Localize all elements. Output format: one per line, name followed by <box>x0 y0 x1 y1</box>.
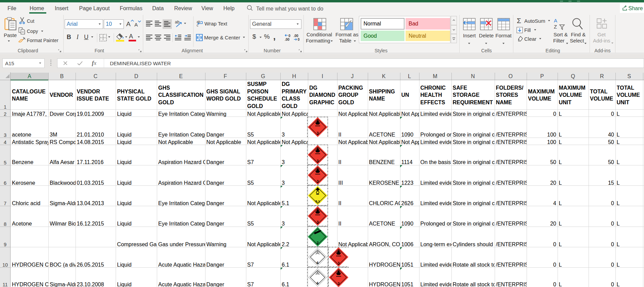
svg-text:Z: Z <box>554 24 557 30</box>
svg-text:3: 3 <box>337 261 340 265</box>
svg-text:3: 3 <box>317 159 319 163</box>
svg-text:6: 6 <box>317 282 319 285</box>
svg-text:2: 2 <box>317 241 319 245</box>
svg-text:5.1: 5.1 <box>315 199 320 203</box>
svg-text:6: 6 <box>317 261 319 265</box>
svg-text:A: A <box>554 18 557 23</box>
svg-text:.00: .00 <box>294 34 298 38</box>
svg-text:3: 3 <box>317 131 319 135</box>
svg-text:.00: .00 <box>285 38 290 41</box>
svg-text:c: c <box>197 23 198 27</box>
svg-text:3: 3 <box>317 180 319 183</box>
svg-text:3: 3 <box>337 282 340 285</box>
svg-text:ab: ab <box>175 20 180 24</box>
svg-text:0: 0 <box>298 38 300 41</box>
svg-text:0: 0 <box>288 34 291 38</box>
svg-text:3: 3 <box>317 220 319 224</box>
